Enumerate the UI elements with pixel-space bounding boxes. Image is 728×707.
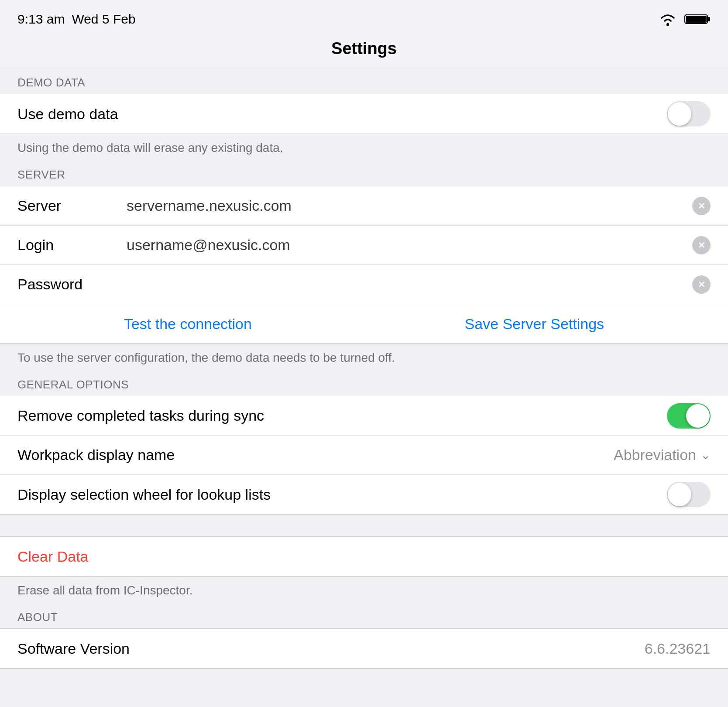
server-note: To use the server configuration, the dem… [0, 344, 728, 369]
spacer-1 [0, 515, 728, 536]
wifi-icon [658, 12, 677, 27]
svg-rect-3 [686, 16, 707, 23]
software-version-value: 6.6.23621 [645, 640, 711, 657]
workpack-name-value: Abbreviation [614, 446, 696, 463]
workpack-name-dropdown[interactable]: Abbreviation ⌄ [614, 446, 711, 463]
remove-tasks-row: Remove completed tasks during sync [0, 396, 728, 436]
use-demo-data-toggle[interactable] [667, 101, 711, 127]
password-row: Password [0, 265, 728, 304]
section-header-general: GENERAL OPTIONS [0, 369, 728, 396]
clear-data-row: Clear Data [0, 537, 728, 576]
status-bar: 9:13 am Wed 5 Feb [0, 0, 728, 35]
use-demo-data-knob [668, 102, 691, 126]
general-options-group: Remove completed tasks during sync Workp… [0, 396, 728, 515]
login-row: Login username@nexusic.com [0, 226, 728, 265]
use-demo-data-label: Use demo data [17, 106, 118, 123]
login-clear-button[interactable] [692, 236, 711, 254]
server-row: Server servername.nexusic.com [0, 186, 728, 226]
workpack-name-label: Workpack display name [17, 446, 614, 463]
clear-data-group: Clear Data [0, 536, 728, 577]
server-action-row: Test the connection Save Server Settings [0, 304, 728, 343]
server-value[interactable]: servername.nexusic.com [113, 197, 692, 214]
server-label: Server [17, 197, 113, 214]
remove-tasks-knob [686, 404, 710, 428]
nav-bar: Settings [0, 35, 728, 67]
svg-point-0 [666, 24, 669, 26]
login-value[interactable]: username@nexusic.com [113, 237, 692, 254]
battery-icon [684, 13, 711, 26]
use-demo-data-row: Use demo data [0, 94, 728, 134]
selection-wheel-toggle[interactable] [667, 482, 711, 507]
remove-tasks-label: Remove completed tasks during sync [17, 407, 667, 424]
server-group: Server servername.nexusic.com Login user… [0, 186, 728, 344]
test-connection-button[interactable]: Test the connection [124, 316, 252, 333]
demo-data-group: Use demo data [0, 94, 728, 134]
selection-wheel-knob [668, 483, 691, 506]
page-title: Settings [331, 39, 397, 58]
status-date: Wed 5 Feb [72, 12, 135, 27]
section-header-server: SERVER [0, 159, 728, 186]
password-label: Password [17, 276, 113, 293]
about-group: Software Version 6.6.23621 [0, 628, 728, 669]
remove-tasks-toggle[interactable] [667, 403, 711, 429]
demo-data-note: Using the demo data will erase any exist… [0, 134, 728, 159]
save-server-settings-button[interactable]: Save Server Settings [465, 316, 604, 333]
section-header-demo-data: DEMO DATA [0, 67, 728, 94]
clear-data-note: Erase all data from IC-Inspector. [0, 577, 728, 602]
software-version-label: Software Version [17, 640, 130, 657]
status-icons [658, 12, 711, 27]
section-header-about: ABOUT [0, 602, 728, 628]
svg-rect-2 [708, 17, 710, 21]
selection-wheel-toggle-container [667, 482, 711, 507]
clear-data-button[interactable]: Clear Data [17, 548, 89, 565]
software-version-row: Software Version 6.6.23621 [0, 629, 728, 668]
workpack-name-row: Workpack display name Abbreviation ⌄ [0, 436, 728, 475]
use-demo-data-toggle-container [667, 101, 711, 127]
chevron-down-icon: ⌄ [701, 448, 711, 462]
remove-tasks-toggle-container [667, 403, 711, 429]
password-clear-button[interactable] [692, 275, 711, 294]
login-label: Login [17, 237, 113, 254]
status-time: 9:13 am [17, 12, 65, 27]
server-clear-button[interactable] [692, 197, 711, 215]
selection-wheel-label: Display selection wheel for lookup lists [17, 486, 667, 503]
selection-wheel-row: Display selection wheel for lookup lists [0, 475, 728, 514]
